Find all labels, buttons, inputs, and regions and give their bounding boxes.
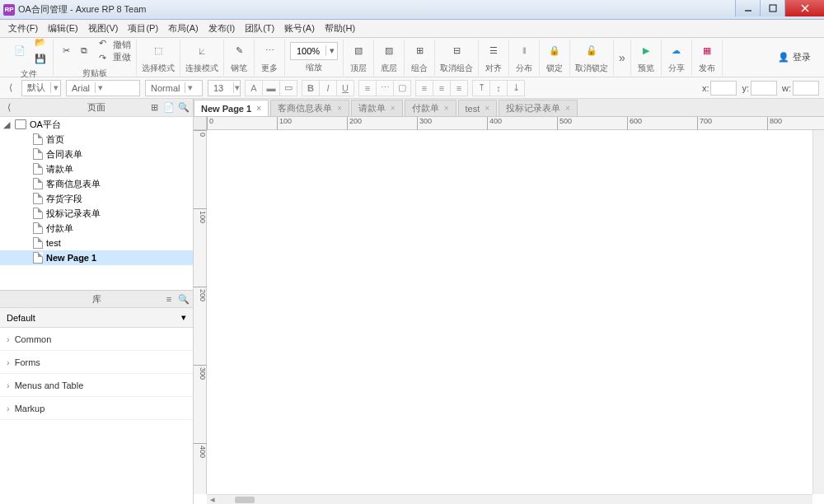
tab-close-icon[interactable]: × <box>256 104 261 113</box>
menu-team[interactable]: 团队(T) <box>240 22 279 35</box>
valign-bot-button[interactable]: ⤓ <box>507 80 525 96</box>
weight-combo[interactable]: Normal▾ <box>145 80 203 96</box>
valign-top-button[interactable]: ⤒ <box>472 80 490 96</box>
tree-item[interactable]: 投标记录表单 <box>0 206 193 221</box>
maximize-button[interactable] <box>760 0 784 16</box>
style-combo[interactable]: 默认▾ <box>21 80 61 96</box>
zoom-input[interactable] <box>291 46 325 56</box>
collapse-icon[interactable]: ◢ <box>3 119 12 130</box>
redo-icon[interactable]: ↷ <box>95 51 110 66</box>
fill-color-button[interactable]: ▬ <box>262 80 280 96</box>
menu-help[interactable]: 帮助(H) <box>320 22 360 35</box>
undo-icon[interactable]: ↶ <box>95 36 110 51</box>
open-icon[interactable]: 📂 <box>33 35 48 50</box>
tree-item[interactable]: 付款单 <box>0 221 193 236</box>
library-category[interactable]: ›Menus and Table <box>0 374 193 397</box>
tree-root[interactable]: ◢ OA平台 <box>0 117 193 132</box>
tab-close-icon[interactable]: × <box>565 104 570 113</box>
menu-project[interactable]: 项目(P) <box>123 22 163 35</box>
lib-menu-icon[interactable]: ≡ <box>163 293 175 305</box>
menu-publish[interactable]: 发布(I) <box>204 22 240 35</box>
document-tab[interactable]: 请款单× <box>351 100 403 116</box>
login-button[interactable]: 👤 登录 <box>770 51 819 63</box>
size-combo[interactable]: 13▾ <box>208 80 241 96</box>
align-left-button[interactable]: ≡ <box>415 80 433 96</box>
italic-button[interactable]: I <box>319 80 337 96</box>
align-center-button[interactable]: ≡ <box>433 80 451 96</box>
tab-close-icon[interactable]: × <box>337 104 342 113</box>
ungroup-icon[interactable]: ⊟ <box>447 41 466 61</box>
border-button[interactable]: ▭ <box>279 80 297 96</box>
toolbar-expand[interactable]: » <box>614 40 631 76</box>
menu-view[interactable]: 视图(V) <box>83 22 124 35</box>
canvas[interactable]: 0100200300400500600700800 0100200300400 … <box>194 117 824 504</box>
document-tab[interactable]: 投标记录表单× <box>499 100 578 116</box>
tree-item[interactable]: 合同表单 <box>0 147 193 161</box>
document-tab[interactable]: test× <box>458 100 498 116</box>
text-color-button[interactable]: A <box>245 80 263 96</box>
panel-collapse-icon[interactable]: ⟨ <box>3 102 15 114</box>
distribute-icon[interactable]: ⫴ <box>514 41 534 61</box>
border-side-button[interactable]: ▢ <box>393 80 411 96</box>
new-file-icon[interactable]: 📄 <box>10 41 30 61</box>
search-icon[interactable]: 🔍 <box>178 102 190 114</box>
y-input[interactable] <box>751 81 777 96</box>
scroll-left-icon[interactable]: ◂ <box>207 494 218 504</box>
menu-edit[interactable]: 编辑(E) <box>43 22 83 35</box>
document-tab[interactable]: 客商信息表单× <box>270 100 349 116</box>
tab-close-icon[interactable]: × <box>485 104 489 113</box>
zoom-dropdown-icon[interactable]: ▾ <box>325 45 337 56</box>
copy-icon[interactable]: ⧉ <box>77 44 91 58</box>
tree-item[interactable]: 存货字段 <box>0 191 193 206</box>
preview-icon[interactable]: ▶ <box>636 41 656 61</box>
add-page-icon[interactable]: 📄 <box>163 102 175 114</box>
tab-close-icon[interactable]: × <box>444 104 449 113</box>
lib-search-icon[interactable]: 🔍 <box>178 293 190 305</box>
border-width-button[interactable]: ≡ <box>358 80 377 96</box>
document-tab[interactable]: New Page 1× <box>194 100 269 116</box>
add-folder-icon[interactable]: ⊞ <box>148 102 160 114</box>
select-mode-icon[interactable]: ⬚ <box>148 41 168 61</box>
bring-top-icon[interactable]: ▧ <box>349 41 368 61</box>
align-icon[interactable]: ☰ <box>484 41 503 61</box>
bold-button[interactable]: B <box>302 80 320 96</box>
document-tab[interactable]: 付款单× <box>405 100 456 116</box>
library-category[interactable]: ›Forms <box>0 351 193 374</box>
underline-button[interactable]: U <box>336 80 354 96</box>
library-selector[interactable]: Default ▾ <box>0 308 193 328</box>
zoom-control[interactable]: ▾ <box>290 42 338 60</box>
tree-item[interactable]: test <box>0 236 193 250</box>
library-category[interactable]: ›Markup <box>0 397 193 420</box>
more-icon[interactable]: ⋯ <box>260 41 279 61</box>
minimize-button[interactable] <box>735 0 760 16</box>
cut-icon[interactable]: ✂ <box>59 44 73 58</box>
font-combo[interactable]: Arial▾ <box>66 80 140 96</box>
border-style-button[interactable]: ⋯ <box>376 80 394 96</box>
menu-layout[interactable]: 布局(A) <box>163 22 204 35</box>
share-icon[interactable]: ☁ <box>667 41 686 61</box>
publish-icon[interactable]: ▦ <box>697 41 717 61</box>
tree-item[interactable]: 请款单 <box>0 161 193 176</box>
close-button[interactable] <box>784 0 824 16</box>
tab-close-icon[interactable]: × <box>391 104 396 113</box>
align-right-button[interactable]: ≡ <box>450 80 468 96</box>
menu-file[interactable]: 文件(F) <box>3 22 43 35</box>
lock-icon[interactable]: 🔒 <box>545 41 564 61</box>
valign-mid-button[interactable]: ↕ <box>489 80 508 96</box>
pen-icon[interactable]: ✎ <box>229 41 249 61</box>
send-bottom-icon[interactable]: ▨ <box>379 41 399 61</box>
group-icon[interactable]: ⊞ <box>410 41 429 61</box>
tree-item[interactable]: New Page 1 <box>0 250 193 265</box>
library-category[interactable]: ›Common <box>0 328 193 351</box>
w-input[interactable] <box>793 81 819 96</box>
tree-item[interactable]: 首页 <box>0 132 193 147</box>
canvas-surface[interactable] <box>207 130 812 494</box>
save-icon[interactable]: 💾 <box>33 52 48 67</box>
x-input[interactable] <box>710 81 737 96</box>
connect-mode-icon[interactable]: ⟀ <box>192 41 212 61</box>
format-collapse-icon[interactable]: ⟨ <box>5 82 16 94</box>
vertical-scrollbar[interactable] <box>812 130 824 494</box>
scroll-thumb[interactable] <box>235 497 255 503</box>
unlock-icon[interactable]: 🔓 <box>582 41 602 61</box>
tree-item[interactable]: 客商信息表单 <box>0 176 193 191</box>
